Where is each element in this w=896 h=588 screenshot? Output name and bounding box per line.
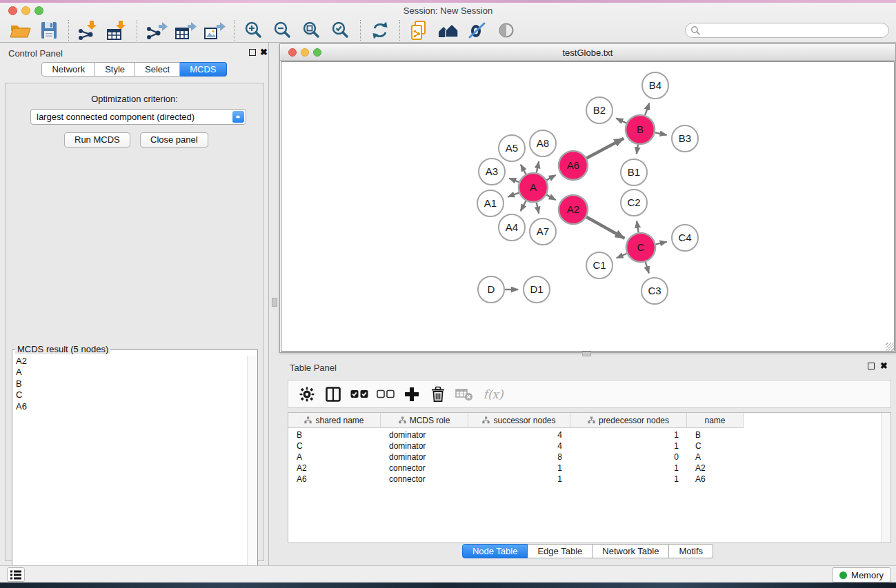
function-builder-button[interactable]: f(x)	[477, 383, 509, 405]
control-panel-tabs: NetworkStyleSelectMCDS	[0, 62, 268, 77]
import-table-button[interactable]	[103, 19, 132, 41]
mcds-result-box: MCDS result (5 nodes) A2ABCA6	[12, 349, 258, 582]
show-columns-button[interactable]	[320, 383, 346, 405]
search-input[interactable]	[685, 23, 889, 38]
column-type-icon	[304, 416, 312, 424]
clone-network-icon	[408, 20, 430, 41]
tab-network-table[interactable]: Network Table	[593, 544, 669, 558]
window-title: Session: New Session	[0, 6, 896, 16]
window-chrome: Session: New Session	[0, 3, 896, 43]
add-column-button[interactable]	[399, 383, 425, 405]
import-network-button[interactable]	[74, 19, 103, 41]
close-panel-button[interactable]: Close panel	[140, 132, 208, 148]
mcds-result-item[interactable]: A	[13, 367, 247, 378]
column-header-name[interactable]: name	[687, 413, 744, 428]
export-network-icon	[145, 20, 168, 41]
mcds-result-item[interactable]: A2	[13, 356, 247, 367]
tab-select[interactable]: Select	[135, 62, 180, 77]
criterion-select[interactable]: largest connected component (directed)	[30, 109, 246, 125]
table-close-icon[interactable]: ✖	[880, 361, 888, 371]
edge-A-A6	[546, 175, 555, 180]
table-float-icon[interactable]	[868, 363, 875, 369]
node-label-C4: C4	[678, 232, 691, 243]
network-window-title: testGlobe.txt	[280, 48, 895, 58]
divider-handle-bottom[interactable]	[582, 352, 591, 356]
select-all-columns-button[interactable]	[346, 383, 372, 405]
node-label-D: D	[488, 283, 495, 295]
application-window: Session: New Session	[0, 0, 896, 588]
node-label-A5: A5	[506, 142, 518, 154]
mcds-result-scrollbar[interactable]	[247, 356, 257, 580]
table-row[interactable]: A6connector11A6	[288, 474, 881, 485]
eye-icon	[496, 20, 517, 41]
refresh-layout-button[interactable]	[366, 19, 395, 41]
column-header-shared-name[interactable]: shared name	[288, 413, 381, 428]
column-header-successor-nodes[interactable]: successor nodes	[468, 413, 570, 428]
close-panel-icon[interactable]: ✖	[260, 47, 268, 57]
table-row[interactable]: Cdominator41C	[288, 440, 881, 452]
mcds-result-list: A2ABCA6	[13, 356, 247, 580]
table-row[interactable]: A2connector11A2	[288, 463, 881, 474]
node-label-B1: B1	[628, 166, 640, 178]
edge-A-A2	[546, 195, 555, 200]
memory-button[interactable]: Memory	[832, 567, 891, 582]
delete-columns-button[interactable]	[425, 383, 451, 405]
task-history-button[interactable]	[7, 567, 25, 582]
tab-node-table[interactable]: Node Table	[462, 544, 528, 558]
export-network-button[interactable]	[142, 19, 171, 41]
tab-network[interactable]: Network	[41, 62, 95, 77]
tab-edge-table[interactable]: Edge Table	[528, 544, 593, 558]
mcds-result-item[interactable]: A6	[13, 401, 247, 412]
delete-table-icon	[455, 387, 473, 401]
tab-motifs[interactable]: Motifs	[669, 544, 713, 558]
column-header-label: shared name	[315, 416, 364, 425]
network-canvas[interactable]: ABCA2A6A1A3A4A5A7A8B1B2B3B4C1C2C3C4DD1	[281, 61, 895, 352]
table-cell: 1	[468, 463, 570, 474]
zoom-fit-button[interactable]	[297, 19, 326, 41]
control-panel-title: Control Panel	[8, 48, 63, 59]
clone-network-button[interactable]	[405, 19, 434, 41]
export-table-button[interactable]	[171, 19, 200, 41]
column-header-MCDS-role[interactable]: MCDS role	[381, 413, 468, 428]
memory-label: Memory	[851, 570, 884, 580]
search-icon	[690, 26, 701, 36]
export-image-button[interactable]	[200, 19, 229, 41]
zoom-out-button[interactable]	[268, 19, 297, 41]
import-network-icon	[77, 20, 100, 41]
edge-C-C2	[637, 221, 639, 233]
mcds-result-item[interactable]: B	[13, 378, 247, 389]
hide-labels-button[interactable]	[463, 19, 492, 41]
optimization-criterion-label: Optimization criterion:	[6, 94, 263, 104]
tab-style[interactable]: Style	[95, 62, 135, 77]
node-label-A: A	[530, 181, 537, 193]
table-scrollbar[interactable]	[881, 413, 890, 543]
node-table: shared nameMCDS rolesuccessor nodesprede…	[288, 412, 891, 543]
open-session-button[interactable]	[6, 19, 34, 41]
save-session-button[interactable]	[34, 19, 63, 41]
table-panel-title: Table Panel	[290, 363, 337, 373]
table-options-button[interactable]	[294, 383, 320, 405]
unselect-all-columns-button[interactable]	[372, 383, 399, 405]
run-mcds-button[interactable]: Run MCDS	[64, 132, 130, 148]
table-cell: C	[687, 440, 744, 452]
float-panel-icon[interactable]	[249, 49, 256, 56]
tab-mcds[interactable]: MCDS	[180, 62, 226, 77]
divider-handle-left[interactable]	[272, 298, 277, 307]
window-resize-grip[interactable]	[886, 343, 894, 351]
mcds-result-item[interactable]: C	[13, 389, 247, 401]
zoom-in-button[interactable]	[239, 19, 268, 41]
column-header-predecessor-nodes[interactable]: predecessor nodes	[570, 413, 687, 428]
column-type-icon	[399, 416, 406, 424]
zoom-selected-button[interactable]	[326, 19, 355, 41]
table-row[interactable]: Adominator80A	[288, 452, 881, 463]
network-window-titlebar[interactable]: testGlobe.txt	[280, 44, 895, 61]
show-details-button[interactable]	[492, 19, 521, 41]
control-panel: Control Panel ✖ NetworkStyleSelectMCDS O…	[0, 43, 269, 565]
export-table-icon	[174, 20, 197, 41]
search-container	[685, 23, 889, 38]
table-body: Bdominator41BCdominator41CAdominator80AA…	[288, 428, 881, 543]
table-cell: A	[288, 452, 381, 463]
table-row[interactable]: Bdominator41B	[288, 429, 881, 440]
delete-table-button[interactable]	[451, 383, 477, 405]
home-button[interactable]	[434, 19, 463, 41]
